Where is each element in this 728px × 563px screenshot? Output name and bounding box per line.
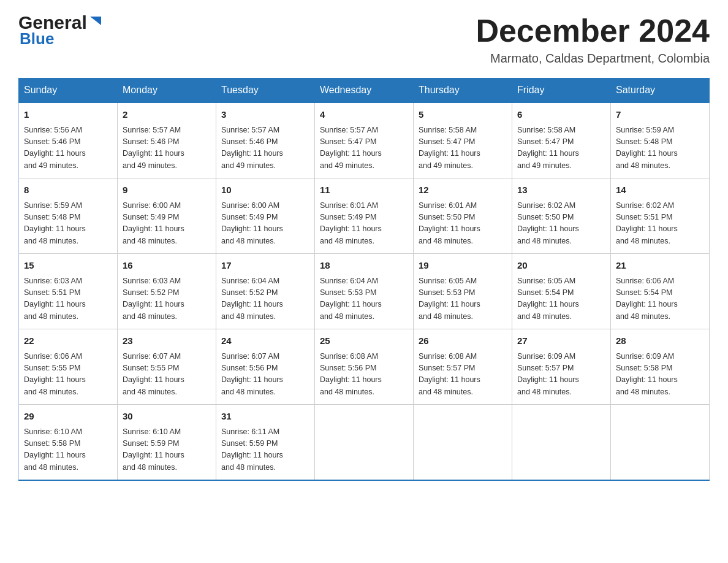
day-info: Sunrise: 6:11 AMSunset: 5:59 PMDaylight:…: [221, 426, 309, 474]
day-info: Sunrise: 5:58 AMSunset: 5:47 PMDaylight:…: [517, 124, 605, 172]
month-title: December 2024: [476, 12, 710, 49]
day-number: 30: [123, 410, 211, 424]
day-number: 5: [419, 108, 507, 122]
day-info: Sunrise: 6:09 AMSunset: 5:58 PMDaylight:…: [616, 351, 704, 399]
logo-arrow-icon: [89, 14, 102, 28]
calendar-week-row: 1Sunrise: 5:56 AMSunset: 5:46 PMDaylight…: [19, 102, 710, 178]
calendar-cell: 13Sunrise: 6:02 AMSunset: 5:50 PMDayligh…: [512, 178, 611, 254]
day-number: 12: [419, 183, 507, 197]
day-info: Sunrise: 5:57 AMSunset: 5:47 PMDaylight:…: [320, 124, 408, 172]
calendar-cell: 4Sunrise: 5:57 AMSunset: 5:47 PMDaylight…: [315, 102, 414, 178]
day-number: 21: [616, 259, 704, 273]
calendar-week-row: 15Sunrise: 6:03 AMSunset: 5:51 PMDayligh…: [19, 254, 710, 329]
calendar-week-row: 22Sunrise: 6:06 AMSunset: 5:55 PMDayligh…: [19, 329, 710, 405]
day-number: 24: [221, 334, 309, 348]
calendar-cell: 17Sunrise: 6:04 AMSunset: 5:52 PMDayligh…: [216, 254, 315, 329]
day-number: 23: [123, 334, 211, 348]
day-number: 25: [320, 334, 408, 348]
calendar-cell: 26Sunrise: 6:08 AMSunset: 5:57 PMDayligh…: [414, 329, 512, 405]
day-info: Sunrise: 6:07 AMSunset: 5:56 PMDaylight:…: [221, 351, 309, 399]
day-info: Sunrise: 5:57 AMSunset: 5:46 PMDaylight:…: [123, 124, 211, 172]
day-number: 15: [24, 259, 112, 273]
calendar-cell: 19Sunrise: 6:05 AMSunset: 5:53 PMDayligh…: [414, 254, 512, 329]
weekday-header: Thursday: [414, 79, 512, 103]
day-number: 22: [24, 334, 112, 348]
calendar-cell: 9Sunrise: 6:00 AMSunset: 5:49 PMDaylight…: [118, 178, 216, 254]
calendar-cell: 3Sunrise: 5:57 AMSunset: 5:46 PMDaylight…: [216, 102, 315, 178]
day-number: 27: [517, 334, 605, 348]
svg-marker-0: [90, 17, 101, 25]
calendar-cell: [611, 405, 710, 481]
logo: General Blue: [18, 12, 102, 48]
day-info: Sunrise: 5:59 AMSunset: 5:48 PMDaylight:…: [616, 124, 704, 172]
day-info: Sunrise: 6:05 AMSunset: 5:53 PMDaylight:…: [419, 275, 507, 323]
day-number: 28: [616, 334, 704, 348]
calendar-cell: 15Sunrise: 6:03 AMSunset: 5:51 PMDayligh…: [19, 254, 118, 329]
day-number: 26: [419, 334, 507, 348]
weekday-header: Saturday: [611, 79, 710, 103]
calendar-cell: 6Sunrise: 5:58 AMSunset: 5:47 PMDaylight…: [512, 102, 611, 178]
calendar-cell: 10Sunrise: 6:00 AMSunset: 5:49 PMDayligh…: [216, 178, 315, 254]
day-number: 19: [419, 259, 507, 273]
calendar-cell: 12Sunrise: 6:01 AMSunset: 5:50 PMDayligh…: [414, 178, 512, 254]
calendar-cell: 16Sunrise: 6:03 AMSunset: 5:52 PMDayligh…: [118, 254, 216, 329]
day-info: Sunrise: 6:01 AMSunset: 5:49 PMDaylight:…: [320, 200, 408, 248]
day-number: 7: [616, 108, 704, 122]
calendar-cell: 23Sunrise: 6:07 AMSunset: 5:55 PMDayligh…: [118, 329, 216, 405]
day-info: Sunrise: 6:03 AMSunset: 5:51 PMDaylight:…: [24, 275, 112, 323]
day-info: Sunrise: 6:03 AMSunset: 5:52 PMDaylight:…: [123, 275, 211, 323]
calendar-cell: 7Sunrise: 5:59 AMSunset: 5:48 PMDaylight…: [611, 102, 710, 178]
day-info: Sunrise: 6:04 AMSunset: 5:52 PMDaylight:…: [221, 275, 309, 323]
calendar-week-row: 29Sunrise: 6:10 AMSunset: 5:58 PMDayligh…: [19, 405, 710, 481]
day-number: 4: [320, 108, 408, 122]
day-info: Sunrise: 6:09 AMSunset: 5:57 PMDaylight:…: [517, 351, 605, 399]
calendar-cell: 31Sunrise: 6:11 AMSunset: 5:59 PMDayligh…: [216, 405, 315, 481]
day-number: 31: [221, 410, 309, 424]
calendar-cell: 8Sunrise: 5:59 AMSunset: 5:48 PMDaylight…: [19, 178, 118, 254]
weekday-header: Sunday: [19, 79, 118, 103]
calendar-cell: 30Sunrise: 6:10 AMSunset: 5:59 PMDayligh…: [118, 405, 216, 481]
calendar-cell: 21Sunrise: 6:06 AMSunset: 5:54 PMDayligh…: [611, 254, 710, 329]
day-info: Sunrise: 6:04 AMSunset: 5:53 PMDaylight:…: [320, 275, 408, 323]
calendar-cell: 11Sunrise: 6:01 AMSunset: 5:49 PMDayligh…: [315, 178, 414, 254]
day-info: Sunrise: 6:07 AMSunset: 5:55 PMDaylight:…: [123, 351, 211, 399]
day-info: Sunrise: 5:59 AMSunset: 5:48 PMDaylight:…: [24, 200, 112, 248]
day-info: Sunrise: 5:56 AMSunset: 5:46 PMDaylight:…: [24, 124, 112, 172]
day-info: Sunrise: 6:10 AMSunset: 5:58 PMDaylight:…: [24, 426, 112, 474]
calendar-cell: 24Sunrise: 6:07 AMSunset: 5:56 PMDayligh…: [216, 329, 315, 405]
location-title: Marmato, Caldas Department, Colombia: [476, 52, 710, 66]
day-info: Sunrise: 6:06 AMSunset: 5:54 PMDaylight:…: [616, 275, 704, 323]
day-info: Sunrise: 6:05 AMSunset: 5:54 PMDaylight:…: [517, 275, 605, 323]
day-number: 17: [221, 259, 309, 273]
day-number: 16: [123, 259, 211, 273]
day-info: Sunrise: 6:08 AMSunset: 5:57 PMDaylight:…: [419, 351, 507, 399]
page-header: General Blue December 2024 Marmato, Cald…: [18, 12, 710, 66]
calendar-cell: 28Sunrise: 6:09 AMSunset: 5:58 PMDayligh…: [611, 329, 710, 405]
calendar-cell: 20Sunrise: 6:05 AMSunset: 5:54 PMDayligh…: [512, 254, 611, 329]
weekday-header: Tuesday: [216, 79, 315, 103]
day-info: Sunrise: 6:08 AMSunset: 5:56 PMDaylight:…: [320, 351, 408, 399]
day-info: Sunrise: 6:10 AMSunset: 5:59 PMDaylight:…: [123, 426, 211, 474]
calendar-cell: 1Sunrise: 5:56 AMSunset: 5:46 PMDaylight…: [19, 102, 118, 178]
day-number: 10: [221, 183, 309, 197]
title-area: December 2024 Marmato, Caldas Department…: [476, 12, 710, 66]
day-info: Sunrise: 6:02 AMSunset: 5:50 PMDaylight:…: [517, 200, 605, 248]
calendar-header-row: SundayMondayTuesdayWednesdayThursdayFrid…: [19, 79, 710, 103]
calendar-cell: [414, 405, 512, 481]
day-number: 3: [221, 108, 309, 122]
day-number: 8: [24, 183, 112, 197]
calendar-table: SundayMondayTuesdayWednesdayThursdayFrid…: [18, 78, 710, 481]
day-number: 14: [616, 183, 704, 197]
day-info: Sunrise: 6:00 AMSunset: 5:49 PMDaylight:…: [123, 200, 211, 248]
day-number: 1: [24, 108, 112, 122]
day-info: Sunrise: 6:02 AMSunset: 5:51 PMDaylight:…: [616, 200, 704, 248]
calendar-cell: [512, 405, 611, 481]
day-number: 18: [320, 259, 408, 273]
weekday-header: Wednesday: [315, 79, 414, 103]
day-number: 11: [320, 183, 408, 197]
day-info: Sunrise: 6:01 AMSunset: 5:50 PMDaylight:…: [419, 200, 507, 248]
day-info: Sunrise: 6:06 AMSunset: 5:55 PMDaylight:…: [24, 351, 112, 399]
weekday-header: Monday: [118, 79, 216, 103]
day-info: Sunrise: 6:00 AMSunset: 5:49 PMDaylight:…: [221, 200, 309, 248]
day-number: 9: [123, 183, 211, 197]
